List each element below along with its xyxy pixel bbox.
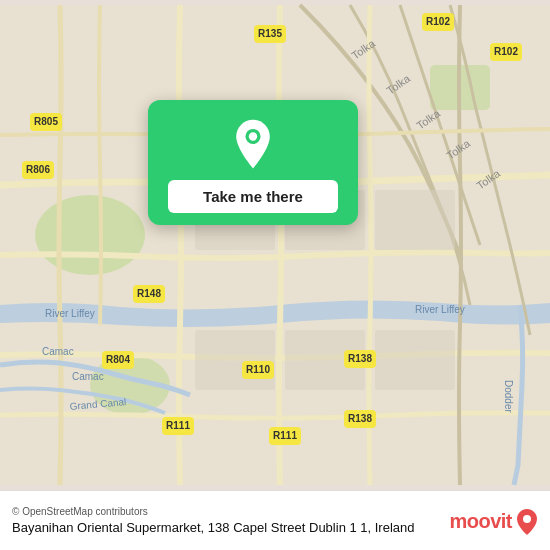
svg-text:R804: R804 <box>106 354 130 365</box>
footer: © OpenStreetMap contributors Bayanihan O… <box>0 490 550 550</box>
address-text: Bayanihan Oriental Supermarket, 138 Cape… <box>12 519 439 537</box>
svg-text:R138: R138 <box>348 353 372 364</box>
take-me-there-button[interactable]: Take me there <box>168 180 338 213</box>
svg-rect-9 <box>375 190 455 250</box>
svg-text:River Liffey: River Liffey <box>415 304 465 315</box>
app-container: R102 R102 R135 R805 R806 R805 R148 R804 <box>0 0 550 550</box>
svg-text:Camac: Camac <box>72 371 104 382</box>
map-area: R102 R102 R135 R805 R806 R805 R148 R804 <box>0 0 550 490</box>
location-card: Take me there <box>148 100 358 225</box>
svg-text:R806: R806 <box>26 164 50 175</box>
osm-credit: © OpenStreetMap contributors <box>12 506 439 517</box>
svg-point-1 <box>35 195 145 275</box>
svg-text:R138: R138 <box>348 413 372 424</box>
moovit-brand-text: moovit <box>449 510 512 533</box>
svg-text:River Liffey: River Liffey <box>45 308 95 319</box>
svg-text:R148: R148 <box>137 288 161 299</box>
svg-point-49 <box>523 515 531 523</box>
moovit-logo: moovit <box>449 508 538 536</box>
svg-text:Dodder: Dodder <box>503 380 514 413</box>
svg-text:R111: R111 <box>273 430 297 441</box>
svg-text:R102: R102 <box>426 16 450 27</box>
footer-left: © OpenStreetMap contributors Bayanihan O… <box>12 506 439 537</box>
svg-text:R102: R102 <box>494 46 518 57</box>
map-svg: R102 R102 R135 R805 R806 R805 R148 R804 <box>0 0 550 490</box>
svg-text:R135: R135 <box>258 28 282 39</box>
svg-rect-6 <box>195 330 275 390</box>
moovit-pin-icon <box>516 508 538 536</box>
svg-rect-8 <box>375 330 455 390</box>
svg-text:R805: R805 <box>34 116 58 127</box>
svg-text:R111: R111 <box>166 420 190 431</box>
svg-text:R110: R110 <box>246 364 270 375</box>
svg-point-48 <box>249 132 257 140</box>
map-pin-icon <box>227 118 279 170</box>
svg-text:Camac: Camac <box>42 346 74 357</box>
